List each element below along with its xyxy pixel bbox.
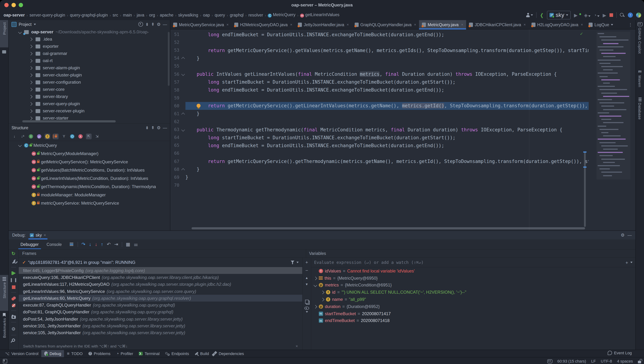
resume-program-icon[interactable] [13,272,16,275]
code-line[interactable]: 68} [170,165,589,173]
structure-item[interactable]: fmoduleManager: ModuleManager [9,190,170,199]
structure-settings-icon[interactable]: ⚙ [157,126,161,130]
code-text[interactable] [185,62,589,70]
sidebar-item-bookmarks[interactable]: Bookmarks [0,311,8,348]
frame-row[interactable]: getLinearIntValues:60, MetricQuery(org.a… [19,295,302,302]
code-text[interactable]: long startTimeBucket = DurationUtils.INS… [185,78,589,86]
frame-row[interactable]: getLinearIntValues:96, MetricQueryServic… [19,288,302,295]
code-line[interactable]: 60return getMetricQueryService().getLine… [170,102,589,110]
code-line[interactable]: 61} [170,110,589,118]
search-everywhere-button[interactable] [620,13,624,18]
line-number[interactable]: 55 [170,64,180,69]
structure-item[interactable]: mMetricQuery(ModuleManager) [9,149,170,158]
editor-tab[interactable]: LogQue [586,20,616,29]
evaluate-dropdown-icon[interactable] [630,262,632,263]
editor-tab[interactable]: MetricQuery.java× [419,20,466,29]
expand-all-icon[interactable]: ⇟ [145,22,149,26]
run-button[interactable]: ▶ [574,13,577,18]
force-step-into-icon[interactable]: ↓ [95,242,97,246]
readonly-toggle-icon[interactable] [638,360,641,363]
project-tree-item[interactable]: server-library [9,93,170,100]
variable-row[interactable]: 01endTimeBucket=202008071418 [311,317,635,324]
profiler-button[interactable]: ◔ [594,13,599,18]
line-number[interactable]: 51 [170,32,180,37]
evaluate-expression-icon[interactable]: ▦ [126,242,130,246]
fold-marker-icon[interactable] [181,112,185,116]
minimap[interactable] [596,32,630,180]
debug-hide-icon[interactable]: — [627,233,632,237]
show-non-public-icon[interactable] [53,133,59,139]
frame-row[interactable]: doPost:54, JettyJsonHandler(org.apache.s… [19,316,302,322]
toolwindow-button-profiler[interactable]: ◔Profiler [113,350,136,357]
project-tree-item[interactable]: exporter [9,43,170,50]
code-text[interactable]: } [185,54,589,62]
pin-tab-icon[interactable] [11,338,16,342]
toolwindow-button-build[interactable]: Build [192,350,212,357]
project-settings-icon[interactable]: ⚙ [157,22,161,26]
editor-tab[interactable]: GraphQLQueryHandler.java× [352,20,419,29]
line-number[interactable]: 63 [170,127,180,132]
project-tree-item[interactable]: .idea [9,36,170,43]
add-watch-icon[interactable]: + [305,260,308,265]
code-line[interactable]: 63public Thermodynamic getThermodynamic(… [170,126,589,134]
stop-program-icon[interactable] [12,286,15,289]
toolwindow-button-todo[interactable]: ≡TODO [64,350,86,357]
frame-row[interactable]: service:101, JettyJsonHandler(org.apache… [19,322,302,330]
structure-expand-all-icon[interactable]: ⇟ [145,126,149,130]
code-line[interactable]: 65long endTimeBucket = DurationUtils.INS… [170,142,589,150]
close-tab-icon[interactable]: × [461,22,463,26]
step-over-icon[interactable]: ↷ [81,242,85,246]
variable-row[interactable]: this={MetricQuery@6950} [311,274,635,282]
variable-row[interactable]: fid="') UNION ALL SELECT NULL,CONCAT('~'… [311,289,635,296]
code-text[interactable]: long endTimeBucket = DurationUtils.INSTA… [185,142,589,150]
structure-item[interactable]: CMetricQuery [9,141,170,149]
inspections-ok-icon[interactable]: ✓ [580,31,583,36]
breadcrumb-item[interactable]: apache [159,13,174,17]
autoscroll-from-source-icon[interactable]: ⇲ [94,133,100,139]
project-tree-item[interactable]: server-receiver-plugin [9,107,170,114]
structure-collapse-all-icon[interactable]: ⇞ [151,126,155,130]
mute-breakpoints-icon[interactable] [12,304,15,307]
vcs-update-icon[interactable]: ❮ [540,12,543,18]
sidebar-item-database[interactable]: Database [636,95,644,122]
frame-row[interactable]: getLinearIntValues:117, H2MetricsQueryDA… [19,281,302,288]
sort-alphabetically-icon[interactable]: ↓ᵃ [20,133,26,139]
line-number[interactable]: 56 [170,72,180,77]
update-project-button[interactable]: ↑ [628,12,633,18]
breadcrumb-item[interactable]: graphql [229,13,244,17]
code-line[interactable]: 57long startTimeBucket = DurationUtils.I… [170,78,589,86]
move-watch-up-icon[interactable]: ▲ [305,276,308,280]
breadcrumb-item[interactable]: src [112,13,119,17]
project-tree-item[interactable]: oal-grammar [9,50,170,57]
structure-item[interactable]: mgetThermodynamic(MetricCondition, Durat… [9,182,170,190]
breadcrumb-item[interactable]: mgetLinearIntValues [299,12,340,18]
toolwindow-button-debug[interactable]: Debug [41,350,64,357]
debugger-settings-wrench-icon[interactable] [12,260,16,264]
line-number[interactable]: 67 [170,159,180,164]
view-breakpoints-icon[interactable] [11,298,14,300]
tool-window-toggle-icon[interactable] [3,359,7,363]
add-to-watches-icon[interactable]: + [625,260,628,265]
sidebar-item-structure[interactable]: Structure [0,275,8,311]
move-watch-down-icon[interactable]: ▼ [305,282,308,286]
toolwindow-button-version-control[interactable]: ⌥Version Control [2,350,41,357]
thread-dropdown-icon[interactable] [296,262,299,263]
structure-hide-icon[interactable]: — [163,126,167,130]
code-line[interactable]: 62 [170,118,589,126]
code-text[interactable] [185,94,589,102]
code-text[interactable]: public Thermodynamic getThermodynamic(fi… [185,126,589,134]
ide-updates-icon[interactable] [636,12,641,18]
editor-tab[interactable]: JettyJsonHandler.java× [295,20,352,29]
editor-tab[interactable]: JDBCHikariCPClient.java× [466,20,529,29]
thread-selector[interactable]: ✓ "qtp1818592781-43"@6,921 in group "mai… [19,258,302,267]
close-session-icon[interactable]: × [44,233,46,237]
code-text[interactable]: return getMetricQueryService().getLinear… [185,102,589,110]
select-opened-file-icon[interactable] [138,22,143,26]
project-tree-item[interactable]: server-alarm-plugin [9,64,170,72]
fold-marker-icon[interactable] [181,72,185,76]
rerun-program-icon[interactable]: ↻ [12,251,16,256]
run-configuration-select[interactable]: ⇄ sky [547,11,571,20]
code-line[interactable]: 70 [170,181,589,189]
code-line[interactable]: 55 [170,62,589,70]
structure-item[interactable]: mgetValues(BatchMetricConditions, Durati… [9,166,170,174]
